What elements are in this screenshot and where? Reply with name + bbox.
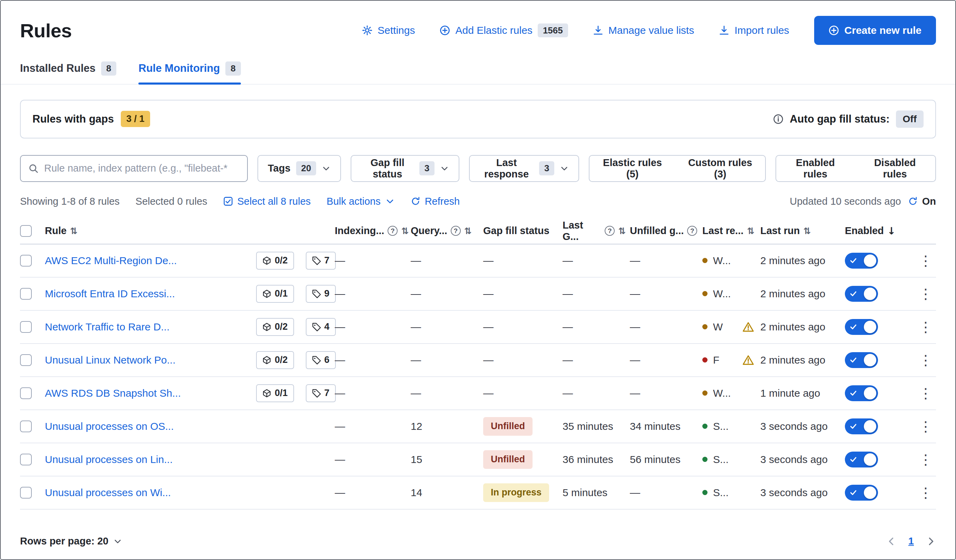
rule-name-link[interactable]: AWS EC2 Multi-Region De... bbox=[45, 255, 252, 267]
rows-per-page-button[interactable]: Rows per page: 20 bbox=[20, 535, 122, 547]
showing-count: Showing 1-8 of 8 rules bbox=[20, 196, 120, 207]
row-actions-button[interactable]: ⋮ bbox=[919, 353, 932, 367]
last-response-text: W... bbox=[713, 255, 731, 267]
gap-fill-status-filter-button[interactable]: Gap fill status 3 bbox=[351, 155, 459, 182]
row-actions-button[interactable]: ⋮ bbox=[919, 486, 932, 500]
rule-name-link[interactable]: Unusual processes on Wi... bbox=[45, 487, 252, 499]
indexing-time-cell: — bbox=[335, 454, 411, 466]
rule-enabled-toggle[interactable] bbox=[845, 485, 878, 500]
row-checkbox[interactable] bbox=[20, 487, 32, 499]
health-dot bbox=[702, 291, 708, 296]
auto-gap-fill-status-badge: Off bbox=[896, 110, 923, 128]
disabled-rules-filter-label: Disabled rules bbox=[867, 157, 923, 180]
tab-installed-rules[interactable]: Installed Rules 8 bbox=[20, 61, 116, 84]
gap-fill-status-filter-count: 3 bbox=[419, 161, 434, 175]
select-all-checkbox[interactable] bbox=[20, 225, 32, 237]
row-checkbox[interactable] bbox=[20, 354, 32, 366]
bulk-actions-button[interactable]: Bulk actions bbox=[327, 196, 395, 207]
rule-enabled-toggle[interactable] bbox=[845, 385, 878, 401]
previous-page-icon[interactable] bbox=[886, 536, 897, 547]
column-header-enabled[interactable]: Enabled ↓ bbox=[845, 225, 914, 237]
last-run-cell: 3 seconds ago bbox=[760, 454, 845, 466]
import-rules-button[interactable]: Import rules bbox=[719, 25, 789, 36]
elastic-rules-filter[interactable]: Elastic rules (5) bbox=[590, 156, 675, 181]
tab-rule-monitoring[interactable]: Rule Monitoring 8 bbox=[138, 61, 241, 84]
rule-enabled-toggle[interactable] bbox=[845, 352, 878, 368]
custom-rules-filter[interactable]: Custom rules (3) bbox=[675, 156, 765, 181]
row-checkbox[interactable] bbox=[20, 255, 32, 267]
last-run-cell: 2 minutes ago bbox=[760, 354, 845, 366]
last-gap-cell: — bbox=[563, 321, 630, 333]
rule-name-link[interactable]: Microsoft Entra ID Excessi... bbox=[45, 288, 252, 300]
column-header-last-gap[interactable]: Last G... ? ⇅ bbox=[563, 220, 630, 242]
rule-name-link[interactable]: Unusual Linux Network Po... bbox=[45, 354, 252, 366]
refresh-button[interactable]: Refresh bbox=[411, 196, 460, 207]
rule-enabled-toggle[interactable] bbox=[845, 253, 878, 269]
row-checkbox[interactable] bbox=[20, 321, 32, 333]
gap-fill-status-badge: Unfilled bbox=[483, 450, 533, 469]
column-header-query[interactable]: Query... ? ⇅ bbox=[411, 225, 483, 236]
settings-label: Settings bbox=[377, 25, 415, 36]
page-number[interactable]: 1 bbox=[908, 535, 914, 547]
info-icon[interactable] bbox=[773, 114, 783, 124]
row-checkbox[interactable] bbox=[20, 420, 32, 432]
tags-filter-button[interactable]: Tags 20 bbox=[258, 155, 341, 182]
last-run-cell: 2 minutes ago bbox=[760, 288, 845, 300]
toggle-thumb bbox=[864, 420, 876, 433]
rule-enabled-toggle[interactable] bbox=[845, 286, 878, 302]
enabled-rules-filter-label: Enabled rules bbox=[789, 157, 842, 180]
row-checkbox[interactable] bbox=[20, 288, 32, 300]
column-header-unfilled-gap[interactable]: Unfilled g... ? bbox=[630, 225, 702, 236]
auto-refresh-icon bbox=[908, 197, 918, 206]
gap-fill-status-badge: In progress bbox=[483, 483, 549, 502]
query-time-cell: — bbox=[411, 321, 483, 333]
last-response-filter-label: Last response bbox=[480, 157, 533, 180]
rule-enabled-toggle[interactable] bbox=[845, 451, 878, 467]
column-header-indexing[interactable]: Indexing... ? ⇅ bbox=[335, 225, 411, 236]
column-label: Unfilled g... bbox=[630, 225, 684, 236]
rule-enabled-toggle[interactable] bbox=[845, 319, 878, 335]
rule-name-link[interactable]: AWS RDS DB Snapshot Sh... bbox=[45, 387, 252, 399]
disabled-rules-filter[interactable]: Disabled rules bbox=[855, 156, 935, 181]
toggle-thumb bbox=[864, 453, 876, 466]
auto-refresh-button[interactable]: On bbox=[908, 196, 936, 207]
rule-name-link[interactable]: Unusual processes on Lin... bbox=[45, 454, 252, 466]
row-actions-button[interactable]: ⋮ bbox=[919, 320, 932, 334]
query-time-cell: 14 bbox=[411, 487, 483, 499]
elastic-rules-filter-label: Elastic rules (5) bbox=[602, 157, 663, 180]
indexing-time-cell: — bbox=[335, 321, 411, 333]
bulk-actions-label: Bulk actions bbox=[327, 196, 381, 207]
table-footer: Rows per page: 20 1 bbox=[1, 535, 955, 559]
column-header-last-run[interactable]: Last run ⇅ bbox=[760, 225, 845, 236]
row-checkbox[interactable] bbox=[20, 387, 32, 399]
rule-enabled-toggle[interactable] bbox=[845, 418, 878, 434]
row-actions-button[interactable]: ⋮ bbox=[919, 420, 932, 433]
settings-button[interactable]: Settings bbox=[362, 25, 415, 36]
manage-value-lists-button[interactable]: Manage value lists bbox=[593, 25, 694, 36]
row-actions-button[interactable]: ⋮ bbox=[919, 386, 932, 400]
check-icon bbox=[849, 289, 857, 297]
enabled-rules-filter[interactable]: Enabled rules bbox=[776, 156, 855, 181]
add-elastic-rules-button[interactable]: Add Elastic rules 1565 bbox=[440, 24, 568, 38]
last-response-text: F bbox=[713, 354, 719, 366]
rule-name-link[interactable]: Network Traffic to Rare D... bbox=[45, 321, 252, 333]
tags-count: 9 bbox=[324, 288, 330, 299]
row-actions-button[interactable]: ⋮ bbox=[919, 453, 932, 466]
row-actions-button[interactable]: ⋮ bbox=[919, 287, 932, 301]
import-icon bbox=[719, 25, 729, 36]
select-all-icon bbox=[223, 197, 233, 206]
sort-icon: ⇅ bbox=[803, 226, 811, 236]
create-new-rule-button[interactable]: Create new rule bbox=[814, 16, 936, 45]
rule-name-link[interactable]: Unusual processes on OS... bbox=[45, 420, 252, 432]
check-icon bbox=[849, 389, 857, 397]
rule-state-filter-group: Enabled rules Disabled rules bbox=[775, 155, 936, 182]
next-page-icon[interactable] bbox=[926, 536, 936, 547]
column-header-rule[interactable]: Rule ⇅ bbox=[45, 225, 335, 236]
warning-icon bbox=[742, 354, 754, 366]
row-actions-button[interactable]: ⋮ bbox=[919, 254, 932, 267]
last-response-filter-button[interactable]: Last response 3 bbox=[469, 155, 579, 182]
select-all-button[interactable]: Select all 8 rules bbox=[223, 196, 311, 207]
column-header-last-response[interactable]: Last re... ⇅ bbox=[702, 225, 760, 236]
row-checkbox[interactable] bbox=[20, 454, 32, 466]
rule-search-input[interactable] bbox=[44, 163, 239, 174]
